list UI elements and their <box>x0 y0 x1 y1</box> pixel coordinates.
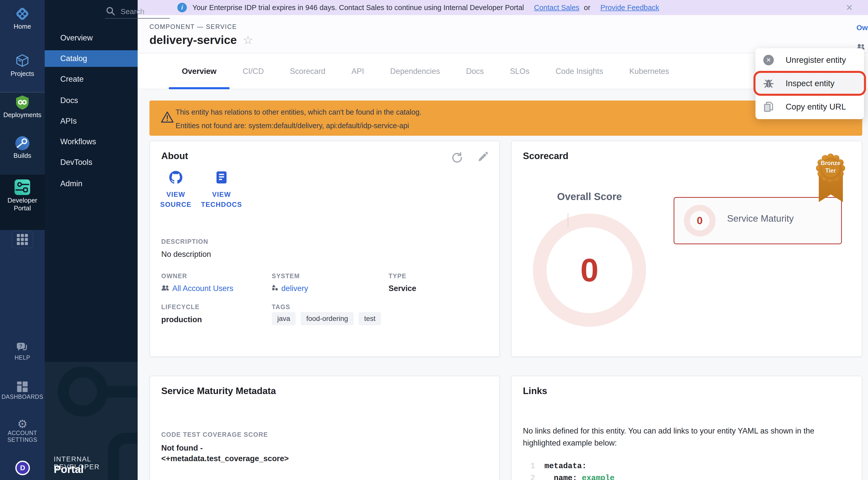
warning-line-1: This entity has relations to other entit… <box>176 108 422 116</box>
warning-line-2: Entities not found are: system:default/d… <box>176 122 409 130</box>
tab-scorecard[interactable]: Scorecard <box>277 53 338 89</box>
about-card: About VIEW SOURCE VIEW TECHDOCS DESCRIPT… <box>149 141 500 357</box>
favorite-star-icon[interactable]: ☆ <box>243 34 253 46</box>
view-techdocs-link[interactable]: VIEW TECHDOCS <box>200 171 243 210</box>
search-icon <box>106 6 115 17</box>
gear-icon: ⚙ <box>17 417 27 431</box>
tab-dependencies[interactable]: Dependencies <box>377 53 453 89</box>
about-lifecycle-label: LIFECYCLE <box>161 303 199 310</box>
trial-banner-text: Your Enterprise IDP trial expires in 946… <box>192 3 524 12</box>
overall-score-donut: 0 <box>533 214 646 327</box>
page-title: delivery-service <box>149 33 237 47</box>
sidebar-item-workflows[interactable]: Workflows <box>45 133 137 150</box>
service-maturity-card[interactable]: 0 Service Maturity <box>674 197 842 244</box>
tab-overview[interactable]: Overview <box>169 53 229 89</box>
brand-decoration-circle <box>58 366 108 417</box>
description-label: DESCRIPTION <box>161 238 208 245</box>
rail-label-developer-portal: Developer Portal <box>0 197 45 212</box>
rail-item-dashboards[interactable]: DASHBOARDS <box>0 381 45 400</box>
info-icon: i <box>177 3 187 12</box>
about-lifecycle-value: production <box>161 315 202 324</box>
maturity-metadata-title: Service Maturity Metadata <box>161 386 276 396</box>
search-input[interactable] <box>121 7 168 16</box>
sidebar-item-overview[interactable]: Overview <box>45 30 137 46</box>
rail-label-builds: Builds <box>0 152 45 159</box>
menu-item-inspect-entity[interactable]: Inspect entity <box>755 71 864 95</box>
active-tab-underline <box>169 87 229 89</box>
rail-item-projects[interactable]: Projects <box>0 53 45 78</box>
banner-or-text: or <box>584 3 590 12</box>
user-avatar[interactable]: D <box>15 461 30 475</box>
sidebar-item-admin[interactable]: Admin <box>45 175 137 192</box>
search-underline <box>105 18 170 19</box>
rail-item-help[interactable]: ? HELP <box>0 342 45 361</box>
builds-icon <box>15 136 30 152</box>
techdocs-icon <box>216 180 227 185</box>
menu-item-unregister-entity[interactable]: ✕ Unregister entity <box>755 48 864 71</box>
service-maturity-value: 0 <box>697 215 703 227</box>
about-owner-label: OWNER <box>161 272 187 280</box>
badge-label: Bronze Tier <box>814 159 847 174</box>
brand-name: Portal <box>54 463 84 476</box>
left-rail: Home Projects Deployments Builds Develop… <box>0 0 45 480</box>
entity-header: COMPONENT — SERVICE delivery-service ☆ O… <box>137 15 868 53</box>
rail-item-builds[interactable]: Builds <box>0 136 45 159</box>
tag-chip[interactable]: food-ordering <box>301 312 353 325</box>
tab-slos[interactable]: SLOs <box>497 53 542 89</box>
module-launcher-button[interactable] <box>11 231 33 248</box>
rail-item-deployments[interactable]: Deployments <box>0 95 45 119</box>
copy-icon <box>763 101 774 112</box>
deployments-shield-icon <box>15 95 30 111</box>
bug-icon <box>763 78 774 89</box>
svg-text:?: ? <box>20 343 22 349</box>
sidebar-item-devtools[interactable]: DevTools <box>45 154 137 171</box>
tab-api[interactable]: API <box>339 53 377 89</box>
tab-docs[interactable]: Docs <box>453 53 497 89</box>
entity-context-menu: ✕ Unregister entity Inspect entity Copy … <box>755 48 864 119</box>
view-source-label: VIEW SOURCE <box>154 189 197 210</box>
view-techdocs-label: VIEW TECHDOCS <box>200 189 243 210</box>
edit-pencil-icon[interactable] <box>477 152 488 164</box>
refresh-icon[interactable] <box>451 152 463 164</box>
rail-item-home[interactable]: Home <box>0 6 45 30</box>
links-title: Links <box>523 386 547 396</box>
sidebar-item-create[interactable]: Create <box>45 71 137 87</box>
sidebar-brand: INTERNAL DEVELOPER Portal <box>45 362 137 480</box>
system-value[interactable]: delivery <box>272 284 308 293</box>
tag-chip[interactable]: java <box>272 312 296 325</box>
tab-code-insights[interactable]: Code Insights <box>542 53 616 89</box>
links-empty-text-line2: highlighted example below: <box>523 439 617 448</box>
sidebar-search[interactable] <box>106 6 176 17</box>
menu-item-copy-entity-url[interactable]: Copy entity URL <box>755 95 864 118</box>
rail-item-developer-portal[interactable]: Developer Portal <box>0 179 45 212</box>
rail-divider <box>0 92 45 92</box>
breadcrumb: COMPONENT — SERVICE <box>149 23 237 30</box>
rail-label-help: HELP <box>0 354 45 361</box>
tab-cicd[interactable]: CI/CD <box>229 53 277 89</box>
service-maturity-label: Service Maturity <box>727 213 794 224</box>
sidebar-item-docs[interactable]: Docs <box>45 92 137 109</box>
view-source-link[interactable]: VIEW SOURCE <box>154 171 197 210</box>
developer-portal-icon <box>14 179 31 197</box>
tag-chip[interactable]: test <box>359 312 381 325</box>
type-label: TYPE <box>389 272 406 280</box>
rail-item-account-settings[interactable]: ⚙ ACCOUNT SETTINGS <box>0 418 45 443</box>
people-icon <box>161 284 169 293</box>
provide-feedback-link[interactable]: Provide Feedback <box>600 3 659 12</box>
contact-sales-link[interactable]: Contact Sales <box>534 3 580 12</box>
scorecard-title: Scorecard <box>523 151 568 161</box>
sidebar-item-catalog[interactable]: Catalog <box>45 50 137 67</box>
circle-x-icon: ✕ <box>763 55 774 65</box>
close-icon[interactable]: ✕ <box>846 2 853 12</box>
donut-tick <box>568 214 568 227</box>
about-owner-value[interactable]: All Account Users <box>161 284 233 293</box>
warning-triangle-icon <box>161 111 174 124</box>
brand-decoration-bar <box>102 386 137 397</box>
rail-label-home: Home <box>0 23 45 30</box>
menu-item-label: Copy entity URL <box>786 102 846 112</box>
code-line-1: 1 metadata: <box>530 462 586 471</box>
sidebar-item-apis[interactable]: APIs <box>45 113 137 129</box>
tags-row: java food-ordering test <box>272 312 381 325</box>
tab-kubernetes[interactable]: Kubernetes <box>616 53 682 89</box>
trial-banner: i Your Enterprise IDP trial expires in 9… <box>137 0 868 15</box>
